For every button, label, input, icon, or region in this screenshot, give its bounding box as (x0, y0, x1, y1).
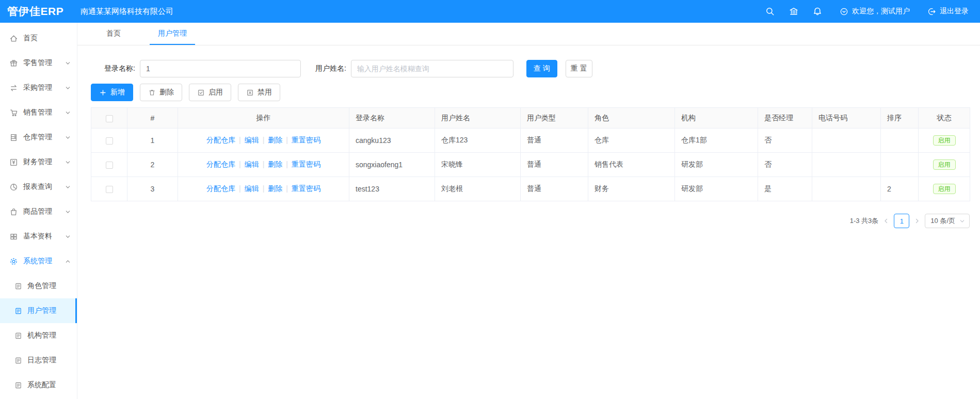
document-icon (14, 282, 22, 290)
col-org: 机构 (675, 108, 758, 129)
cell-index: 1 (127, 129, 178, 153)
add-button[interactable]: 新增 (91, 84, 133, 101)
sidebar-subitem-config[interactable]: 系统配置 (0, 373, 77, 397)
cell-type: 普通 (521, 153, 588, 177)
circle-chevron-down-icon (840, 7, 848, 16)
cell-sort (881, 153, 919, 177)
logout-button[interactable]: 退出登录 (927, 7, 969, 16)
user-name-input[interactable] (351, 60, 513, 77)
prev-page-icon[interactable] (883, 218, 889, 224)
row-checkbox[interactable] (106, 162, 113, 169)
chevron-down-icon (65, 110, 71, 116)
col-index: # (127, 108, 178, 129)
col-is-manager: 是否经理 (758, 108, 812, 129)
assign-warehouse-link[interactable]: 分配仓库 (206, 184, 235, 193)
table-row: 1 分配仓库|编辑|删除|重置密码 cangku123 仓库123 普通 仓库 … (91, 129, 970, 153)
disable-button[interactable]: 禁用 (238, 84, 280, 101)
reset-password-link[interactable]: 重置密码 (292, 136, 320, 144)
cell-login: songxiaofeng1 (349, 153, 435, 177)
cell-type: 普通 (521, 177, 588, 201)
cell-name: 仓库123 (435, 129, 521, 153)
cell-role: 销售代表 (588, 153, 675, 177)
check-square-icon (197, 89, 205, 97)
user-name-label: 用户姓名: (315, 64, 346, 73)
document-icon (14, 381, 22, 389)
row-checkbox[interactable] (106, 186, 113, 193)
tab-home[interactable]: 首页 (98, 23, 129, 45)
search-icon[interactable] (765, 7, 775, 16)
cell-org: 研发部 (675, 177, 758, 201)
top-header: 管伊佳ERP 南通某某网络科技有限公司 欢迎您，测试用户 退出登录 (0, 0, 980, 23)
user-menu[interactable]: 欢迎您，测试用户 (840, 7, 910, 16)
reset-password-link[interactable]: 重置密码 (292, 160, 320, 168)
page-size-select[interactable]: 10 条/页 (925, 214, 970, 228)
delete-link[interactable]: 删除 (268, 136, 282, 144)
col-login-name: 登录名称 (349, 108, 435, 129)
gear-icon (9, 257, 18, 266)
cell-actions: 分配仓库|编辑|删除|重置密码 (178, 177, 349, 201)
col-role: 角色 (588, 108, 675, 129)
bell-icon[interactable] (813, 7, 822, 16)
cell-type: 普通 (521, 129, 588, 153)
cell-name: 宋晓锋 (435, 153, 521, 177)
tab-user-management[interactable]: 用户管理 (150, 23, 195, 45)
cell-phone (812, 129, 881, 153)
welcome-text: 欢迎您，测试用户 (852, 7, 910, 16)
cell-org: 研发部 (675, 153, 758, 177)
page-number[interactable]: 1 (894, 214, 909, 228)
edit-link[interactable]: 编辑 (245, 160, 259, 168)
enable-button[interactable]: 启用 (189, 84, 231, 101)
bank-icon[interactable] (789, 7, 798, 16)
row-checkbox[interactable] (106, 137, 113, 145)
delete-button[interactable]: 删除 (140, 84, 182, 101)
cell-org: 仓库1部 (675, 129, 758, 153)
sidebar-item-system[interactable]: 系统管理 (0, 249, 77, 274)
sidebar-subitem-users[interactable]: 用户管理 (0, 298, 77, 323)
sidebar-item-sales[interactable]: 销售管理 (0, 100, 77, 125)
col-user-type: 用户类型 (521, 108, 588, 129)
sidebar-item-basedata[interactable]: 基本资料 (0, 224, 77, 249)
edit-link[interactable]: 编辑 (245, 184, 259, 193)
sidebar-item-retail[interactable]: 零售管理 (0, 51, 77, 75)
sidebar-subitem-roles[interactable]: 角色管理 (0, 274, 77, 298)
assign-warehouse-link[interactable]: 分配仓库 (206, 160, 235, 168)
delete-link[interactable]: 删除 (268, 184, 282, 193)
search-button[interactable]: 查 询 (526, 60, 557, 77)
document-icon (14, 307, 22, 315)
cell-name: 刘老根 (435, 177, 521, 201)
edit-link[interactable]: 编辑 (245, 136, 259, 144)
chevron-down-icon (65, 135, 71, 140)
reset-password-link[interactable]: 重置密码 (292, 184, 320, 193)
select-all-checkbox[interactable] (106, 115, 113, 122)
table-header-row: # 操作 登录名称 用户姓名 用户类型 角色 机构 是否经理 电话号码 排序 状… (91, 108, 970, 129)
delete-link[interactable]: 删除 (268, 160, 282, 168)
cell-sort (881, 129, 919, 153)
next-page-icon[interactable] (914, 218, 920, 224)
cell-sort: 2 (881, 177, 919, 201)
logout-label: 退出登录 (940, 7, 969, 16)
app-logo: 管伊佳ERP (0, 4, 77, 19)
sidebar-item-warehouse[interactable]: 仓库管理 (0, 125, 77, 150)
bag-icon (9, 208, 18, 216)
plus-icon (99, 89, 107, 97)
assign-warehouse-link[interactable]: 分配仓库 (206, 136, 235, 144)
sidebar-item-purchase[interactable]: 采购管理 (0, 75, 77, 100)
cell-role: 财务 (588, 177, 675, 201)
sidebar-item-home[interactable]: 首页 (0, 26, 77, 51)
col-user-name: 用户姓名 (435, 108, 521, 129)
sidebar-item-products[interactable]: 商品管理 (0, 199, 77, 224)
sidebar-subitem-logs[interactable]: 日志管理 (0, 348, 77, 373)
sidebar-item-reports[interactable]: 报表查询 (0, 174, 77, 199)
cell-manager: 否 (758, 153, 812, 177)
reset-button[interactable]: 重 置 (566, 60, 592, 77)
table-row: 3 分配仓库|编辑|删除|重置密码 test123 刘老根 普通 财务 研发部 … (91, 177, 970, 201)
home-icon (9, 34, 18, 43)
col-sort: 排序 (881, 108, 919, 129)
status-badge: 启用 (933, 135, 956, 146)
chevron-down-icon (65, 60, 71, 66)
sidebar-item-finance[interactable]: 财务管理 (0, 150, 77, 174)
chevron-down-icon (65, 209, 71, 215)
login-name-input[interactable] (140, 60, 301, 77)
chevron-up-icon (65, 259, 71, 264)
sidebar-subitem-orgs[interactable]: 机构管理 (0, 323, 77, 348)
